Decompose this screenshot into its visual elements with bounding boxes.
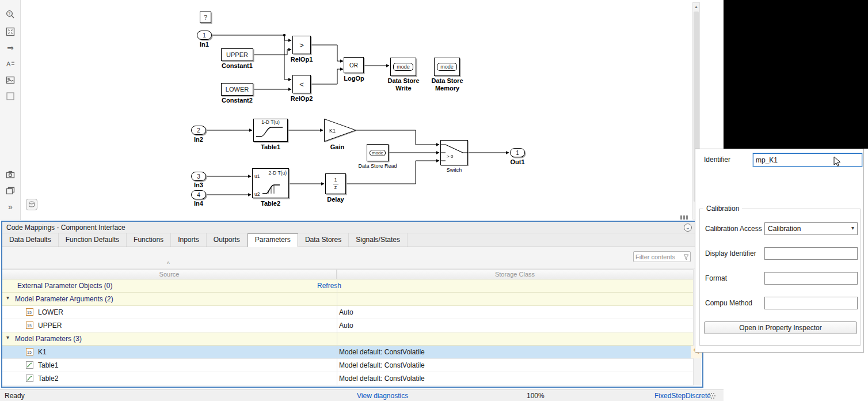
forward-arrow-icon[interactable]: ⇒ (3, 40, 18, 55)
inport-in3-block[interactable]: 3 (191, 172, 206, 181)
copy-view-icon[interactable] (3, 183, 18, 198)
table2-label: Table2 (248, 200, 294, 207)
table2-input1-label: u1 (254, 173, 260, 179)
wire (356, 130, 439, 145)
model-canvas[interactable]: ? 1 In1 UPPER Constant1 LOWER Constant2 … (21, 2, 692, 220)
status-ready: Ready (5, 392, 25, 400)
inport-in1-label: In1 (181, 41, 227, 48)
row-label: Model Parameters (3) (15, 335, 82, 343)
relop2-block[interactable]: < (292, 75, 311, 93)
relop1-operator: > (299, 41, 304, 50)
view-diagnostics-link[interactable]: View diagnostics (357, 392, 408, 400)
table-row-k1[interactable]: 15 K1 Model default: ConstVolatile (2, 346, 693, 359)
wire (212, 35, 291, 40)
gain-label: Gain (314, 143, 360, 151)
unknown-block-text: ? (204, 14, 207, 21)
table-row-table2[interactable]: Table2 Model default: ConstVolatile (2, 372, 693, 385)
image-icon[interactable] (3, 73, 18, 88)
gain-block[interactable]: K1 (324, 119, 356, 142)
model-data-badge[interactable] (26, 199, 37, 210)
tab-function-defaults[interactable]: Function Defaults (59, 233, 127, 247)
sort-indicator-icon[interactable]: ^ (167, 261, 170, 267)
tab-parameters[interactable]: Parameters (248, 233, 298, 247)
inport-in2-block[interactable]: 2 (191, 126, 206, 135)
tab-outports[interactable]: Outports (207, 233, 248, 247)
storage-class-value: Auto (339, 321, 353, 330)
table-row-external-parameter-objects[interactable]: External Parameter Objects (0) Refresh (2, 279, 693, 293)
gain-value: K1 (329, 128, 336, 134)
storage-class-value: Auto (339, 308, 353, 316)
inport-in2-label: In2 (176, 136, 222, 143)
collapse-panel-button[interactable]: ⌄ (684, 224, 692, 232)
tab-functions[interactable]: Functions (127, 233, 171, 247)
blank-area-icon[interactable] (3, 89, 18, 104)
compu-method-input[interactable] (764, 297, 858, 309)
table1-label: Table1 (248, 143, 294, 151)
display-identifier-input[interactable] (764, 247, 858, 260)
unknown-block[interactable]: ? (200, 12, 211, 23)
data-store-read-label: Data Store Read (357, 163, 398, 169)
calibration-access-dropdown[interactable]: Calibration ▾ (764, 222, 858, 235)
relop1-block[interactable]: > (292, 36, 311, 54)
scroll-up-arrow[interactable]: ▲ (693, 3, 699, 10)
resize-grip[interactable] (709, 393, 715, 400)
table-row-upper[interactable]: 15 UPPER Auto (2, 319, 693, 332)
table2-curve (261, 182, 281, 196)
annotation-icon[interactable]: A (3, 56, 18, 71)
data-store-memory-block[interactable]: mode (434, 58, 460, 76)
tab-inports[interactable]: Inports (171, 233, 207, 247)
format-input[interactable] (764, 272, 858, 285)
delay-block[interactable]: 1 z (325, 173, 346, 194)
data-store-read-block[interactable]: mode (367, 144, 389, 161)
table2-input2-label: u2 (254, 191, 260, 197)
identifier-input[interactable] (753, 153, 862, 167)
zoom-level[interactable]: 100% (527, 392, 545, 400)
column-header-storage-class[interactable]: Storage Class (337, 270, 693, 279)
table-row-model-parameters[interactable]: ▾ Model Parameters (3) (2, 332, 693, 346)
zoom-help-icon[interactable]: ? (3, 7, 18, 22)
data-store-write-block[interactable]: mode (390, 58, 416, 76)
fit-to-view-icon[interactable] (3, 24, 18, 39)
inport-in3-label: In3 (176, 181, 222, 189)
splitter-grip-icon[interactable] (680, 215, 688, 220)
row-label: K1 (38, 348, 47, 356)
grid-header: Source Storage Class (2, 269, 693, 279)
logop-block[interactable]: OR (344, 57, 364, 73)
logop-operator: OR (349, 62, 358, 69)
inport-in1-block[interactable]: 1 (197, 31, 212, 40)
data-store-memory-label: Data Store Memory (427, 77, 468, 92)
refresh-link[interactable]: Refresh (317, 282, 341, 290)
tab-data-stores[interactable]: Data Stores (298, 233, 349, 247)
constant1-block[interactable]: UPPER (221, 48, 253, 61)
expand-toolbar-icon[interactable]: » (3, 199, 18, 214)
switch-block[interactable]: > 0 (440, 140, 468, 165)
open-in-property-inspector-button[interactable]: Open in Property Inspector (704, 321, 857, 334)
forward-arrow-glyph: ⇒ (7, 43, 14, 52)
format-label: Format (705, 274, 727, 282)
constant2-block[interactable]: LOWER (221, 83, 253, 96)
solver-link[interactable]: FixedStepDiscrete (654, 392, 711, 400)
inport-in1-number: 1 (203, 32, 206, 39)
inport-in4-block[interactable]: 4 (191, 190, 206, 199)
expand-triangle-icon[interactable]: ▾ (6, 294, 9, 301)
svg-text:15: 15 (27, 311, 32, 315)
outport-out1-block[interactable]: 1 (510, 148, 525, 157)
table-row-lower[interactable]: 15 LOWER Auto (2, 306, 693, 319)
filter-funnel-icon (683, 254, 689, 260)
expand-triangle-icon[interactable]: ▾ (6, 334, 9, 341)
column-header-source[interactable]: Source (2, 270, 337, 279)
table-row-table1[interactable]: Table1 Model default: ConstVolatile (2, 359, 693, 372)
filter-contents-input[interactable] (635, 252, 682, 261)
palette-toolbar: ? ⇒ A » (0, 0, 21, 220)
snapshot-camera-icon[interactable] (3, 167, 18, 182)
tab-data-defaults[interactable]: Data Defaults (2, 233, 59, 247)
signal-wires (21, 2, 692, 220)
svg-text:A: A (6, 60, 11, 67)
double-chevron-glyph: » (8, 202, 13, 211)
tab-signals-states[interactable]: Signals/States (349, 233, 408, 247)
table1-block[interactable]: 1-D T(u) (253, 119, 288, 142)
table-row-model-parameter-arguments[interactable]: ▾ Model Parameter Arguments (2) (2, 293, 693, 306)
pane-splitter[interactable] (21, 215, 692, 220)
parameter-icon: 15 (26, 321, 34, 330)
table2-block[interactable]: 2-D T(u) u1 u2 (252, 168, 289, 198)
